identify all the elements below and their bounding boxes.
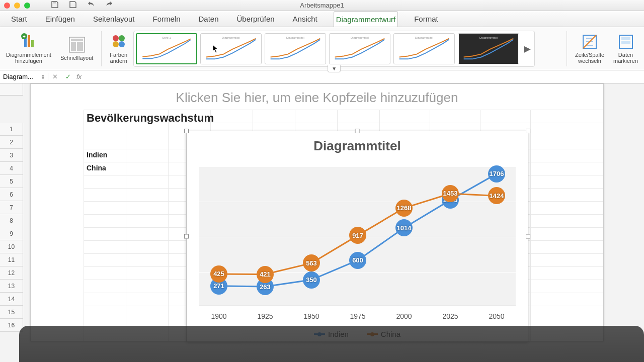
chart-plot-area[interactable]: 2712633506001014137017064254215639171268… [199,166,516,306]
fx-icon[interactable]: fx [74,73,84,80]
minimize-window-icon[interactable] [14,3,20,9]
row-header-1[interactable]: 1 [0,123,23,136]
svg-text:Diagrammtitel: Diagrammtitel [415,36,433,39]
gallery-next-button[interactable]: ▶ [522,33,532,64]
data-marker-china-2025[interactable]: 1453 [442,185,459,202]
chart-style-thumb-2[interactable]: Diagrammtitel [200,33,262,64]
redo-icon[interactable] [105,0,114,11]
row-header-5[interactable]: 5 [0,175,23,188]
undo-icon[interactable] [87,0,96,11]
embedded-chart[interactable]: Diagrammtitel 27126335060010141370170642… [186,131,528,342]
ribbon-tab-diagrammentwurf[interactable]: Diagrammentwurf [334,11,398,27]
svg-rect-1 [24,38,27,47]
select-data-label: Daten markieren [613,52,638,64]
ribbon-tab-seitenlayout[interactable]: Seitenlayout [91,11,137,27]
switch-row-column-icon [581,33,598,50]
ribbon-content: + Diagrammelement hinzufügen Schnelllayo… [0,27,644,70]
svg-point-12 [113,41,119,47]
svg-rect-0 [53,2,56,4]
data-marker-china-1900[interactable]: 425 [210,265,227,283]
quick-layout-label: Schnelllayout [60,55,93,61]
change-colors-label: Farben ändern [110,52,127,64]
formula-confirm-button[interactable]: ✓ [61,73,74,80]
ribbon-tab-formeln[interactable]: Formeln [150,11,182,27]
add-chart-element-button[interactable]: + Diagrammelement hinzufügen [3,32,54,65]
switch-row-column-label: Zeile/Spalte wechseln [575,52,604,64]
row-header-15[interactable]: 15 [0,306,23,319]
window-controls[interactable] [4,3,30,9]
zoom-window-icon[interactable] [24,3,30,9]
row-headers[interactable]: 12345678910111213141516 [0,123,23,332]
data-marker-china-2050[interactable]: 1424 [488,187,505,204]
row-header-2[interactable]: 2 [0,136,23,149]
add-chart-element-label: Diagrammelement hinzufügen [6,52,51,64]
ribbon-tab-überprüfen[interactable]: Überprüfen [235,11,277,27]
row-header-16[interactable]: 16 [0,319,23,332]
svg-text:Style 1: Style 1 [163,36,171,39]
name-box-stepper-icon[interactable]: ▲▼ [41,74,45,80]
x-axis-label-1925: 1925 [257,312,273,320]
row-header-12[interactable]: 12 [0,266,23,280]
data-marker-china-1950[interactable]: 563 [303,254,320,272]
change-colors-button[interactable]: Farben ändern [107,32,130,65]
chart-style-thumb-6[interactable]: Diagrammtitel [458,33,519,64]
ribbon-tab-start[interactable]: Start [9,11,29,27]
change-colors-icon [110,33,127,50]
ribbon-tab-einfügen[interactable]: Einfügen [43,11,77,27]
row-header-9[interactable]: 9 [0,227,23,240]
quick-access-toolbar [50,0,114,11]
formula-input[interactable] [84,73,644,80]
select-data-button[interactable]: Daten markieren [610,32,641,65]
svg-rect-28 [621,37,630,40]
svg-rect-7 [71,39,83,41]
row-header-14[interactable]: 14 [0,293,23,306]
chart-title[interactable]: Diagrammtitel [187,138,528,154]
row-header-11[interactable]: 11 [0,253,23,266]
data-marker-indien-1975[interactable]: 600 [349,252,366,269]
quick-layout-button[interactable]: Schnelllayout [57,35,96,62]
x-axis-label-1975: 1975 [350,312,365,320]
cell-A5[interactable]: China [84,162,109,174]
save-alt-icon[interactable] [68,0,77,11]
data-marker-indien-2050[interactable]: 1706 [488,165,505,183]
page-header-placeholder[interactable]: Klicken Sie hier, um eine Kopfzeile hinz… [31,84,603,110]
formula-cancel-button[interactable]: ✕ [48,73,61,80]
name-box[interactable]: Diagram... ▲▼ [0,73,48,80]
cell-A1[interactable]: Bevölkerungswachstum [84,110,217,127]
x-axis-label-2000: 2000 [396,312,412,320]
video-overlay [19,326,644,362]
ribbon-tab-daten[interactable]: Daten [196,11,220,27]
data-marker-indien-1950[interactable]: 350 [303,272,320,289]
chart-styles-gallery[interactable]: Style 1 Diagrammtitel Diagrammtitel Diag… [133,31,535,67]
ribbon-tab-format[interactable]: Format [412,11,440,27]
row-header-6[interactable]: 6 [0,188,23,201]
titlebar: Arbeitsmappe1 [0,0,644,11]
svg-text:+: + [23,34,26,39]
ribbon-tab-ansicht[interactable]: Ansicht [291,11,319,27]
data-marker-indien-2000[interactable]: 1014 [395,219,413,236]
add-chart-element-icon: + [20,33,37,50]
ribbon-tabs: StartEinfügenSeitenlayoutFormelnDatenÜbe… [0,11,644,27]
row-header-10[interactable]: 10 [0,240,23,253]
data-marker-china-2000[interactable]: 1268 [395,200,413,217]
select-all-corner[interactable] [0,83,23,96]
row-header-8[interactable]: 8 [0,214,23,227]
worksheet-area[interactable]: ABCDEFGHIJ 12345678910111213141516 Klick… [0,83,644,362]
close-window-icon[interactable] [4,3,10,9]
data-marker-china-1975[interactable]: 917 [349,227,366,244]
data-marker-china-1925[interactable]: 421 [257,266,274,283]
chart-style-thumb-4[interactable]: Diagrammtitel [329,33,390,64]
chart-style-thumb-1[interactable]: Style 1 [136,33,197,64]
chart-style-thumb-5[interactable]: Diagrammtitel [393,33,455,64]
switch-row-column-button[interactable]: Zeile/Spalte wechseln [572,32,607,65]
chart-inner: Diagrammtitel 27126335060010141370170642… [187,131,528,341]
gallery-more-button[interactable]: ▼ [328,65,341,72]
svg-point-13 [119,41,125,47]
chart-style-thumb-3[interactable]: Diagrammtitel [265,33,326,64]
cell-A4[interactable]: Indien [84,149,110,161]
row-header-13[interactable]: 13 [0,280,23,293]
row-header-7[interactable]: 7 [0,201,23,214]
save-icon[interactable] [50,0,59,11]
row-header-3[interactable]: 3 [0,149,23,162]
row-header-4[interactable]: 4 [0,162,23,175]
